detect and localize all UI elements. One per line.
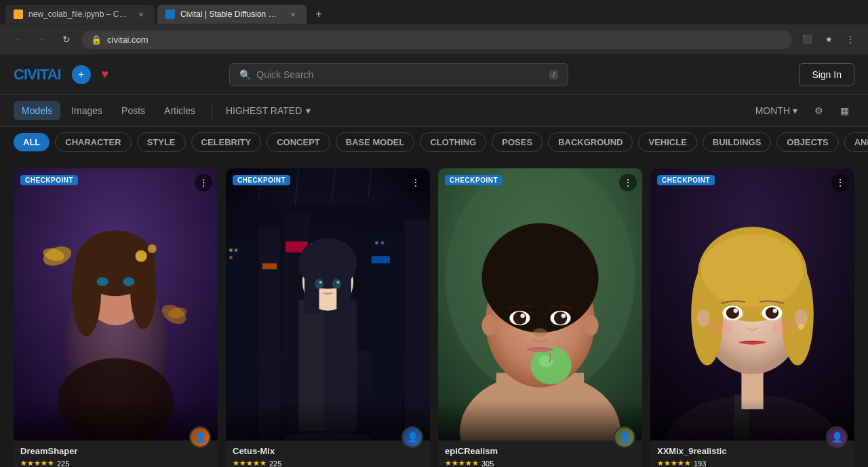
card-img-overlay-2	[226, 400, 430, 441]
card-rating-epicrealism: 305	[481, 460, 494, 467]
svg-rect-24	[262, 263, 277, 269]
card-title-xxmix: XXMix_9realistic	[657, 446, 848, 456]
category-style[interactable]: STYLE	[137, 132, 186, 152]
tab-favicon-colab	[14, 10, 23, 19]
reload-button[interactable]: ↻	[57, 30, 76, 49]
svg-point-10	[97, 277, 108, 286]
tab-images[interactable]: Images	[63, 101, 111, 120]
model-card-xxmix[interactable]: CHECKPOINT ⋮ 👤 XXMix_9realistic ★★★★★ 19…	[650, 168, 854, 467]
nav-tabs: Models Images Posts Articles	[14, 101, 203, 120]
svg-point-77	[766, 307, 778, 318]
category-background[interactable]: BACKGROUND	[548, 132, 633, 152]
card-stars-epicrealism: ★★★★★ 305	[445, 459, 635, 467]
tab-close-colab[interactable]: ✕	[136, 9, 146, 20]
new-tab-button[interactable]: +	[309, 5, 328, 24]
url-text: civitai.com	[107, 35, 149, 45]
star-icon: ★★★★★	[233, 459, 267, 467]
more-button[interactable]: ⋮	[841, 30, 860, 49]
svg-point-60	[531, 346, 572, 384]
svg-point-57	[520, 314, 524, 318]
svg-rect-29	[381, 242, 384, 244]
svg-point-70	[701, 234, 804, 307]
tab-favicon-civitai	[165, 10, 175, 19]
svg-point-50	[482, 223, 599, 333]
svg-rect-27	[229, 256, 232, 259]
category-concept[interactable]: CONCEPT	[267, 132, 330, 152]
card-img-overlay	[14, 400, 218, 441]
period-arrow-icon: ▾	[793, 105, 797, 116]
address-bar[interactable]: 🔒 civitai.com	[81, 31, 792, 49]
card-title-epicrealism: epiCRealism	[445, 446, 635, 456]
card-menu-dreamshaper[interactable]: ⋮	[195, 174, 212, 191]
category-celebrity[interactable]: CELEBRITY	[191, 132, 262, 152]
card-badge-cetusmix: CHECKPOINT	[233, 175, 290, 185]
tab-articles[interactable]: Articles	[156, 101, 203, 120]
search-bar[interactable]: 🔍 Quick Search /	[229, 63, 568, 86]
lock-icon: 🔒	[91, 35, 102, 45]
tab-models[interactable]: Models	[14, 101, 60, 120]
category-all[interactable]: ALL	[14, 133, 50, 151]
sort-button[interactable]: HIGHEST RATED ▾	[220, 102, 316, 119]
forward-button[interactable]: →	[33, 30, 52, 49]
svg-point-80	[707, 320, 733, 335]
back-button[interactable]: ←	[8, 30, 27, 49]
category-buildings[interactable]: BUILDINGS	[703, 132, 772, 152]
filter-divider	[212, 102, 212, 119]
search-placeholder: Quick Search	[256, 69, 313, 80]
svg-point-58	[561, 314, 566, 318]
extensions-button[interactable]: ⬛	[797, 30, 816, 49]
model-card-epicrealism[interactable]: CHECKPOINT ⋮ 👤 epiCRealism ★★★★★ 305 ♡ 3…	[438, 168, 642, 467]
svg-point-78	[734, 309, 738, 313]
browser-actions: ⬛ ★ ⋮	[797, 30, 860, 49]
tab-posts[interactable]: Posts	[113, 101, 153, 120]
card-menu-xxmix[interactable]: ⋮	[831, 174, 849, 191]
category-clothing[interactable]: CLOTHING	[420, 132, 486, 152]
category-base-model[interactable]: BASE MODEL	[336, 132, 415, 152]
category-objects[interactable]: OBJECTS	[776, 132, 838, 152]
card-rating-xxmix: 193	[694, 460, 706, 467]
sort-label: HIGHEST RATED	[226, 105, 302, 116]
card-menu-epicrealism[interactable]: ⋮	[619, 174, 637, 191]
card-img-overlay-4	[650, 400, 854, 441]
card-img-overlay-3	[438, 400, 642, 441]
browser-tab-bar: new_colab_file.ipynb – Collabora... ✕ Ci…	[0, 0, 868, 24]
category-vehicle[interactable]: VEHICLE	[638, 132, 696, 152]
svg-rect-26	[235, 248, 237, 251]
browser-tab-civitai[interactable]: Civitai | Stable Diffusion models... ✕	[157, 5, 307, 24]
svg-point-40	[315, 279, 323, 289]
tab-close-civitai[interactable]: ✕	[288, 9, 298, 20]
bookmark-button[interactable]: ★	[819, 30, 838, 49]
star-icon: ★★★★★	[445, 459, 479, 467]
browser-chrome: new_colab_file.ipynb – Collabora... ✕ Ci…	[0, 0, 868, 54]
model-card-dreamshaper[interactable]: CHECKPOINT ⋮ 👤 DreamShaper ★★★★★ 225 ♡ 2…	[14, 168, 218, 467]
svg-point-43	[336, 281, 339, 284]
tab-title-civitai: Civitai | Stable Diffusion models...	[180, 10, 282, 19]
add-button[interactable]: +	[72, 65, 91, 84]
model-card-cetusmix[interactable]: CHECKPOINT ⋮ 👤 Cetus-Mix ★★★★★ 225 ♡ 2.7…	[226, 168, 430, 467]
card-info-epicrealism: epiCRealism ★★★★★ 305 ♡ 3.4K 💬 91 ⬇ 59K	[438, 441, 642, 467]
browser-tab-colab[interactable]: new_colab_file.ipynb – Collabora... ✕	[5, 5, 155, 24]
period-button[interactable]: MONTH ▾	[750, 102, 803, 119]
search-slash-badge: /	[549, 70, 558, 79]
layout-icon-button[interactable]: ▦	[834, 100, 854, 121]
card-info-xxmix: XXMix_9realistic ★★★★★ 193 ♡ 4.5K 💬 36 ⬇…	[650, 441, 854, 467]
logo[interactable]: CIVITAI	[14, 66, 61, 83]
filter-icon-button[interactable]: ⚙	[808, 100, 829, 121]
card-menu-cetusmix[interactable]: ⋮	[407, 174, 425, 191]
svg-rect-23	[372, 256, 390, 263]
model-grid: CHECKPOINT ⋮ 👤 DreamShaper ★★★★★ 225 ♡ 2…	[0, 157, 868, 467]
card-title-cetusmix: Cetus-Mix	[233, 446, 423, 456]
card-stars-dreamshaper: ★★★★★ 225	[20, 459, 211, 467]
category-animal[interactable]: ANIMAL	[844, 132, 868, 152]
category-poses[interactable]: POSES	[492, 132, 542, 152]
filter-bar: Models Images Posts Articles HIGHEST RAT…	[0, 95, 868, 127]
svg-point-13	[148, 244, 157, 253]
svg-point-56	[554, 312, 567, 324]
star-icon: ★★★★★	[20, 459, 54, 467]
favorites-button[interactable]: ♥	[102, 67, 109, 81]
svg-rect-38	[304, 263, 319, 314]
card-title-dreamshaper: DreamShaper	[20, 446, 211, 456]
sign-in-button[interactable]: Sign In	[799, 63, 854, 86]
svg-point-76	[726, 307, 739, 318]
category-character[interactable]: CHARACTER	[55, 132, 131, 152]
